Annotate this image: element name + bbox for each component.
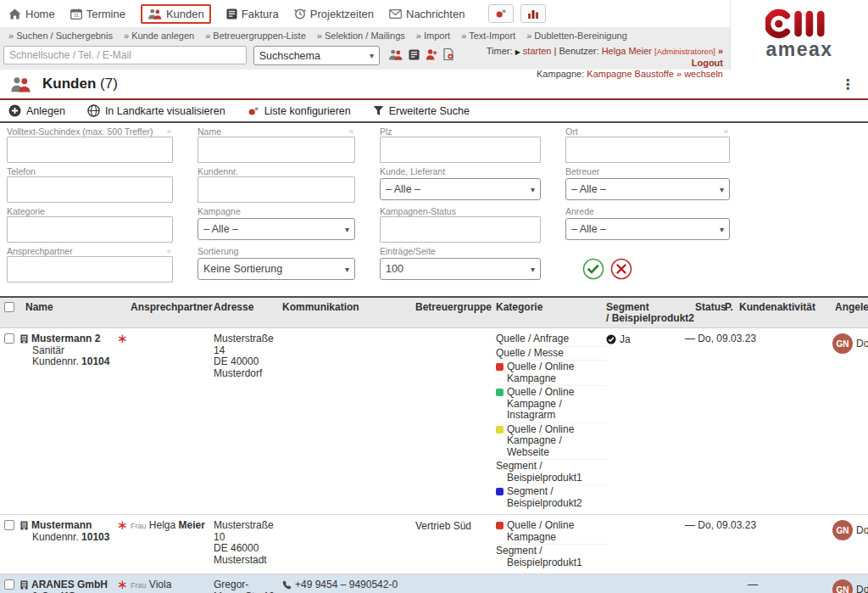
star-cell: ∗ bbox=[117, 333, 131, 345]
address-line: 10 bbox=[214, 532, 282, 544]
phone-number: +49 9454 – 9490542-0 bbox=[295, 579, 398, 591]
avatar: GN bbox=[832, 579, 853, 593]
campaign-switch-link[interactable]: » wechseln bbox=[676, 69, 723, 79]
filter-label-text: Name bbox=[198, 126, 221, 137]
contacts-cell: Frau Viola RotttmeierHerr Michael Schmid… bbox=[131, 579, 214, 593]
check-badge-icon bbox=[606, 334, 616, 344]
filter-label-text: Anrede bbox=[565, 206, 594, 216]
table-row[interactable]: Mustermann 2SanitärKundennr. 10104∗Muste… bbox=[0, 328, 868, 515]
nav-item-nachrichten[interactable]: Nachrichten bbox=[389, 8, 465, 20]
filter-label: Anrede bbox=[565, 206, 730, 216]
dots-config-button[interactable] bbox=[488, 4, 514, 23]
filter-select-einträge-seite[interactable]: 100▾ bbox=[380, 258, 541, 280]
chevron-down-icon: ▾ bbox=[370, 51, 374, 60]
separator: | bbox=[554, 46, 557, 56]
filter-select-kunde-lieferant[interactable]: – Alle –▾ bbox=[380, 178, 541, 200]
filter-input-ansprechpartner[interactable] bbox=[7, 256, 173, 283]
phonetic-search-icon: ≈ bbox=[724, 127, 728, 136]
reset-filter-button[interactable] bbox=[610, 258, 632, 283]
mail-icon bbox=[389, 9, 402, 19]
row-checkbox[interactable] bbox=[4, 520, 14, 530]
quick-search-input[interactable] bbox=[3, 46, 247, 64]
filter-select-sortierung[interactable]: Keine Sortierung▾ bbox=[198, 258, 355, 280]
category-label: Quelle / Online Kampagne / Instagrarm bbox=[507, 387, 574, 422]
chevron-down-icon: ▾ bbox=[720, 185, 724, 194]
column-header-adresse: Adresse bbox=[214, 302, 282, 313]
ledger-icon[interactable] bbox=[409, 49, 420, 60]
chevron-down-icon: ▾ bbox=[345, 265, 349, 274]
address-line: Musterstraße bbox=[214, 520, 282, 532]
chart-button[interactable] bbox=[520, 4, 546, 23]
filter-input-kundennr[interactable] bbox=[198, 176, 355, 203]
filter-label-text: Kategorie bbox=[7, 206, 45, 216]
breadcrumb-item-betreuergruppen-liste[interactable]: Betreuergruppen-Liste bbox=[205, 31, 306, 41]
filter-input-volltext-suchindex-max-500-treffer[interactable] bbox=[7, 137, 173, 163]
address-cell: Gregor-Meyer-Str. 19DE 93089Aufhausen be… bbox=[214, 579, 282, 593]
row-checkbox[interactable] bbox=[4, 333, 14, 344]
address-line: Musterdorf bbox=[214, 368, 282, 380]
filter-field-telefon: Telefon bbox=[7, 166, 173, 203]
kategorie-cell: Quelle / AnfrageQuelle / MesseQuelle / O… bbox=[496, 333, 606, 511]
nav-item-kunden[interactable]: Kunden bbox=[141, 4, 211, 24]
toolbar-erweiterte-suche[interactable]: Erweiterte Suche bbox=[373, 105, 470, 117]
nav-item-home[interactable]: Home bbox=[8, 8, 55, 20]
suchschema-select[interactable]: Suchschema ▾ bbox=[253, 46, 380, 65]
person-add-icon[interactable] bbox=[426, 48, 437, 60]
table-row[interactable]: MustermannKundennr. 10103∗Frau Helga Mei… bbox=[0, 515, 868, 574]
contact-person: Frau Viola Rotttmeier bbox=[131, 579, 214, 593]
toolbar-in-landkarte-visualisieren[interactable]: In Landkarte visualisieren bbox=[87, 104, 225, 117]
header: Home31TermineKundenFakturaProjektzeitenN… bbox=[0, 0, 868, 70]
quick-icon-buttons bbox=[388, 46, 453, 60]
favorite-star-icon: ∗ bbox=[117, 520, 128, 530]
address-cell: Musterstraße14DE 40000Musterdorf bbox=[214, 333, 282, 379]
toolbar-anlegen[interactable]: Anlegen bbox=[8, 104, 65, 117]
angelegt-cell: GNDo bbox=[827, 579, 868, 593]
customers-icon[interactable] bbox=[388, 49, 403, 60]
breadcrumb-item-kunde-anlegen[interactable]: Kunde anlegen bbox=[124, 31, 194, 41]
apply-filter-button[interactable] bbox=[582, 258, 604, 283]
row-checkbox[interactable] bbox=[4, 579, 14, 590]
breadcrumb-item-text-import[interactable]: Text-Import bbox=[461, 31, 515, 41]
filter-input-kampagnen-status[interactable] bbox=[380, 216, 541, 243]
nav-item-faktura[interactable]: Faktura bbox=[226, 8, 279, 20]
select-value: – Alle – bbox=[203, 223, 238, 235]
category-label: Quelle / Online Kampagne bbox=[507, 520, 574, 543]
customers-icon bbox=[10, 76, 31, 92]
funnel-icon bbox=[373, 105, 384, 116]
table-header: NameAnsprechpartnerAdresseKommunikationB… bbox=[0, 296, 868, 328]
filter-input-ort[interactable] bbox=[565, 137, 730, 163]
nav-item-projektzeiten[interactable]: Projektzeiten bbox=[294, 8, 374, 20]
filter-select-betreuer[interactable]: – Alle –▾ bbox=[565, 178, 730, 200]
timer-start-link[interactable]: starten bbox=[523, 46, 552, 56]
doc-action-icon[interactable] bbox=[443, 48, 453, 60]
filter-select-kampagne[interactable]: – Alle –▾ bbox=[198, 218, 355, 240]
filter-input-name[interactable] bbox=[198, 137, 355, 163]
list-toolbar: AnlegenIn Landkarte visualisierenListe k… bbox=[0, 100, 868, 123]
toolbar-liste-konfigurieren[interactable]: Liste konfigurieren bbox=[248, 105, 351, 117]
breadcrumb-item-selektion-mailings[interactable]: Selektion / Mailings bbox=[317, 31, 405, 41]
filter-input-telefon[interactable] bbox=[7, 176, 173, 203]
breadcrumb-item-import[interactable]: Import bbox=[416, 31, 450, 41]
chevron-down-icon: ▾ bbox=[720, 225, 724, 234]
main-nav: Home31TermineKundenFakturaProjektzeitenN… bbox=[0, 0, 730, 27]
select-value: – Alle – bbox=[571, 223, 606, 235]
customer-name: ARANES GmbH & Co. KG bbox=[31, 579, 117, 593]
kebab-menu-icon[interactable]: ⋮ bbox=[837, 76, 858, 92]
filter-input-kategorie[interactable] bbox=[7, 216, 173, 243]
filter-label-text: Kampagnen-Status bbox=[380, 206, 456, 216]
filter-label-text: Kunde, Lieferant bbox=[380, 166, 445, 176]
avatar: GN bbox=[832, 520, 853, 540]
filter-select-anrede[interactable]: – Alle –▾ bbox=[565, 218, 730, 240]
category-item: Quelle / Online Kampagne bbox=[496, 361, 606, 386]
filter-field-plz: Plz bbox=[380, 126, 541, 163]
select-all-checkbox[interactable] bbox=[4, 302, 14, 312]
table-row[interactable]: ARANES GmbH & Co. KG∗Frau Viola Rotttmei… bbox=[0, 574, 868, 593]
filter-input-plz[interactable] bbox=[380, 137, 541, 163]
breadcrumb-item-suchen-suchergebnis[interactable]: Suchen / Suchergebnis bbox=[8, 31, 113, 41]
toolbar-label: In Landkarte visualisieren bbox=[105, 105, 225, 117]
breadcrumb-item-dubletten-bereinigung[interactable]: Dubletten-Bereinigung bbox=[526, 31, 627, 41]
filter-field-kampagnen-status: Kampagnen-Status bbox=[380, 206, 541, 243]
select-value: 100 bbox=[386, 263, 403, 275]
filter-label: Einträge/Seite bbox=[380, 246, 541, 256]
nav-item-termine[interactable]: 31Termine bbox=[70, 8, 125, 20]
